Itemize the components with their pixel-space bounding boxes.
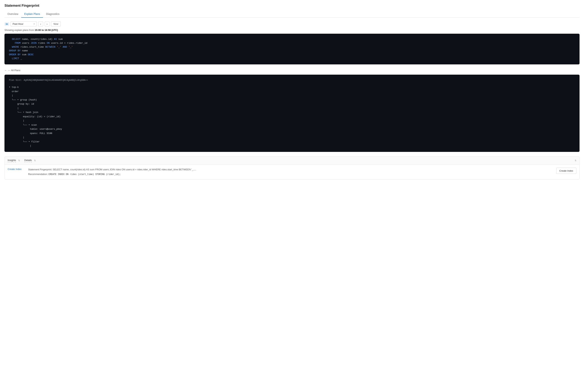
- fingerprint-text: Statement Fingerprint: SELECT name, coun…: [28, 168, 553, 172]
- plan-tree-pipe-2: |: [9, 106, 575, 110]
- plan-node-filter: └── • filter: [9, 140, 575, 144]
- table-sort-icon[interactable]: ⇅: [575, 159, 576, 162]
- next-button[interactable]: ›: [45, 22, 50, 26]
- insights-tab-label[interactable]: Insights: [8, 159, 16, 162]
- plan-tree-pipe-5: |: [9, 144, 575, 148]
- tabs-bar: Overview Explain Plans Diagnostics: [4, 10, 580, 18]
- time-badge: 1h: [4, 22, 9, 26]
- insight-content: Statement Fingerprint: SELECT name, coun…: [28, 168, 553, 176]
- details-sort-icon[interactable]: ⇅: [34, 159, 36, 162]
- details-tab-label[interactable]: Details: [24, 159, 32, 162]
- page-title: Statement Fingerprint: [4, 4, 580, 8]
- plan-node-hashjoin: └── • hash join: [9, 110, 575, 115]
- insight-type-label[interactable]: Create Index: [8, 168, 24, 170]
- sql-block: SELECT name, count(rides.id) AS sum FROM…: [4, 34, 580, 64]
- plan-node-topk: • top-k: [9, 85, 575, 90]
- create-index-button[interactable]: Create Index: [556, 168, 576, 174]
- sql-line-4: GROUP BY name: [9, 49, 575, 53]
- plan-tree-pipe-1: |: [9, 94, 575, 98]
- plan-node-group: └── • group (hash): [9, 98, 575, 102]
- sql-line-1: SELECT name, count(rides.id) AS sum: [9, 38, 575, 41]
- now-button[interactable]: Now: [51, 22, 61, 26]
- back-arrow-icon: ←: [4, 69, 7, 72]
- insights-sort-icon[interactable]: ⇅: [18, 159, 20, 162]
- plan-block: Plan Gist: AgHUAQIABQAAAAHYAQIAiAEAAAADC…: [4, 75, 580, 152]
- plan-tree-pipe-4: |: [9, 136, 575, 140]
- sql-line-6: LIMIT _: [9, 57, 575, 61]
- recommendation-text: Recommendation: CREATE INDEX ON rides (s…: [28, 172, 553, 176]
- toolbar: 1h Past Hour ▾ ‹ › Now: [4, 22, 580, 26]
- time-select-value: Past Hour: [13, 22, 23, 25]
- sql-line-2: FROM users JOIN rides ON users.id = ride…: [9, 41, 575, 45]
- plan-node-order: order: [9, 90, 575, 94]
- sql-line-5: ORDER BY sum DESC: [9, 53, 575, 57]
- plan-node-equality: equality: (id) = (rider_id): [9, 115, 575, 119]
- chevron-down-icon: ▾: [34, 23, 35, 25]
- page-wrapper: Statement Fingerprint Overview Explain P…: [0, 0, 584, 392]
- back-link[interactable]: ← ← All Plans: [4, 69, 580, 72]
- insights-section: Insights ⇅ Details ⇅ ⇅ Create Index Stat…: [4, 156, 580, 180]
- tab-diagnostics[interactable]: Diagnostics: [43, 10, 62, 18]
- plan-tree-pipe-3: |: [9, 119, 575, 123]
- time-range: 15:00 to 16:59 (UTC): [35, 29, 58, 32]
- insights-header: Insights ⇅ Details ⇅ ⇅: [5, 156, 579, 165]
- plan-gist: Plan Gist: AgHUAQIABQAAAAHYAQIAiAEAAAADC…: [9, 78, 575, 82]
- tab-explain-plans[interactable]: Explain Plans: [21, 10, 43, 18]
- plan-node-groupby: group by: id: [9, 102, 575, 106]
- plan-node-spans: spans: FULL SCAN: [9, 132, 575, 136]
- insight-row: Create Index Statement Fingerprint: SELE…: [5, 165, 579, 179]
- time-select[interactable]: Past Hour ▾: [10, 22, 37, 26]
- sql-line-3: WHERE rides.start_time BETWEEN '_' AND '…: [9, 45, 575, 49]
- prev-button[interactable]: ‹: [38, 22, 43, 26]
- plan-node-table: table: users@users_pkey: [9, 127, 575, 132]
- showing-text: Showing explain plans from 15:00 to 16:5…: [4, 29, 580, 32]
- tab-overview[interactable]: Overview: [4, 10, 21, 18]
- plan-node-scan: └── • scan: [9, 123, 575, 127]
